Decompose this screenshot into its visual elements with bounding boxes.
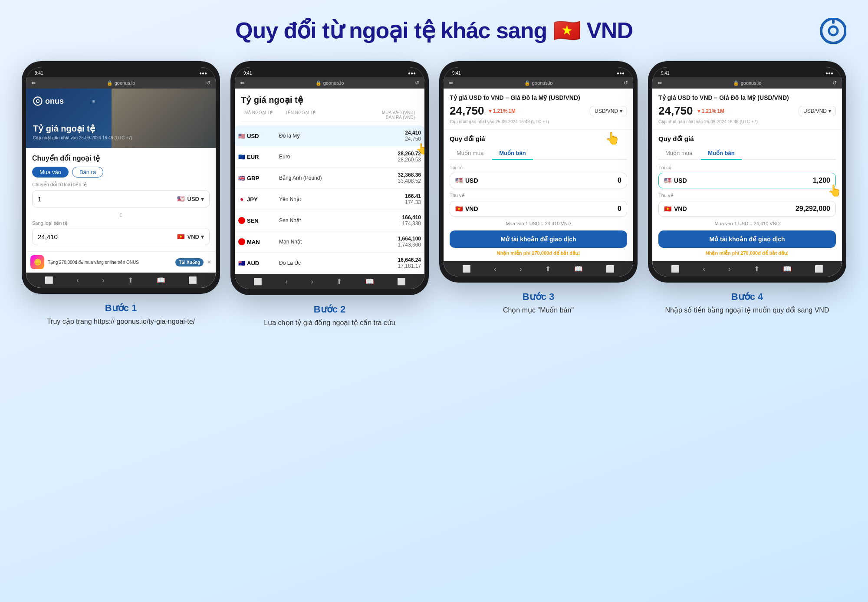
s1-from-currency: 🇺🇸 USD ▾ [176,194,204,204]
s2-table-body: 🇺🇸 USD Đô la Mỹ 24,410 24,750 👆 🇪🇺 EUR E… [235,125,424,274]
row-prices-sen: 166,410 174,330 [402,214,421,227]
bookmark-icon[interactable]: 📖 [783,265,792,273]
step-3-desc: Chọn mục "Muốn bán" [503,305,574,316]
page-header: Quy đổi từ ngoại tệ khác sang 🇻🇳 VND [13,17,855,44]
s3-toi-co-amount: 0 [618,177,621,184]
step-3-screen: 9:41 ●●● ⬅ 🔒 goonus.io ↺ Tỷ giá USD to V… [444,67,633,276]
table-row[interactable]: SEN Sen Nhật 166,410 174,330 [235,210,424,231]
back-icon[interactable]: ‹ [494,265,496,273]
s3-convert: Quy đổi giá Muốn mua Muốn bán Tôi có 🇺🇸 … [444,130,633,261]
row-code-sen: SEN [238,217,277,224]
step-3-col: 9:41 ●●● ⬅ 🔒 goonus.io ↺ Tỷ giá USD to V… [439,61,638,316]
step-3-label: Bước 3 Chọn mục "Muốn bán" [503,291,574,316]
copy-icon[interactable]: ⬜ [188,276,197,284]
col3-header: MUA VÀO (VND)BÁN RA (VND) [382,110,415,120]
back-icon[interactable]: ‹ [703,265,705,273]
s4-cta-btn[interactable]: Mở tài khoản để giao dịch [658,230,836,248]
s1-hero: onus ≡ Tỷ giá ngoại tệ Cập nhật gần nhất… [26,89,216,148]
s1-from-input[interactable]: 1 🇺🇸 USD ▾ [32,190,210,207]
s1-notif-text: Tặng 270,000đ để mua vàng online trên ON… [48,260,172,265]
share-icon[interactable]: ⬆ [336,277,342,286]
copy-icon[interactable]: ⬜ [815,265,823,273]
bookmark-icon[interactable]: 📖 [574,265,583,273]
s1-notif-btn[interactable]: Tải Xuống [175,258,204,266]
step-2-desc: Lựa chọn tỷ giá đồng ngoại tệ cần tra cứ… [264,318,395,328]
s3-thu-ve-currency: 🇻🇳 VND [455,205,478,212]
s2-header: Tỷ giá ngoại tệ MÃ NGOẠI TỆ TÊN NGOẠI TỆ… [235,89,424,125]
s4-header: Tỷ giá USD to VND – Giá Đô la Mỹ (USD/VN… [652,89,842,130]
s3-rate-row: 24,750 ▼1.21% 1M USD/VND ▾ [450,104,627,118]
s1-statusbar: 9:41 ●●● [26,67,216,77]
table-row[interactable]: 🇦🇺 AUD Đô La Úc 16,646.24 17,181.17 [235,253,424,274]
s4-pair-btn[interactable]: USD/VND ▾ [799,106,836,116]
svg-point-4 [36,100,39,103]
forward-icon[interactable]: › [311,278,313,286]
s3-cta-btn[interactable]: Mở tài khoản để giao dịch [450,230,627,248]
s4-thu-ve-box: 🇻🇳 VND 29,292,000 [658,201,836,217]
table-row[interactable]: 🇺🇸 USD Đô la Mỹ 24,410 24,750 👆 [235,125,424,146]
s4-rate-row: 24,750 ▼1.21% 1M USD/VND ▾ [658,104,836,118]
onus-logo-header [820,18,846,44]
s1-bottombar: ⬜ ‹ › ⬆ 📖 ⬜ [26,273,216,288]
s4-thu-ve-amount: 29,292,000 [796,205,830,213]
table-row[interactable]: MAN Man Nhật 1,664,100 1,743,300 [235,231,424,253]
s2-bottombar: ⬜ ‹ › ⬆ 📖 ⬜ [235,274,424,289]
row-code-jpy: 🇯🇵 JPY [238,196,277,203]
s3-updated: Cập nhật gần nhất vào 25-09-2024 16:48 (… [450,119,627,124]
s3-thu-ve-label: Thu về [450,193,627,198]
s1-notif-close[interactable]: ✕ [207,259,211,265]
row-name-jpy: Yên Nhật [279,196,403,202]
s3-rate-note: Mua vào 1 USD = 24,410 VND [450,221,627,226]
s4-tab-sell[interactable]: Muốn bán [701,147,741,160]
table-row[interactable]: 🇪🇺 EUR Euro 28,260.72 28,260.53 [235,146,424,168]
s4-tab-buy[interactable]: Muốn mua [658,147,699,160]
col1-header: MÃ NGOẠI TỆ [244,110,283,120]
s1-tab-buy[interactable]: Mua vào [32,167,69,178]
s3-tab-buy[interactable]: Muốn mua [450,147,490,160]
forward-icon[interactable]: › [519,265,522,273]
s2-title: Tỷ giá ngoại tệ [241,95,418,105]
svg-point-3 [33,97,42,105]
row-name-man: Man Nhật [279,239,396,245]
s1-url: 🔒 goonus.io [107,80,135,86]
s2-browser-bar: ⬅ 🔒 goonus.io ↺ [235,77,424,89]
steps-container: 9:41 ●●● ⬅ 🔒 goonus.io ↺ [22,61,846,328]
step-4-phone: 9:41 ●●● ⬅ 🔒 goonus.io ↺ Tỷ giá USD to V… [648,61,846,283]
share-icon[interactable]: ⬆ [545,265,551,273]
col2-header: TÊN NGOẠI TỆ [285,110,380,120]
back-icon[interactable]: ‹ [76,276,79,284]
forward-icon[interactable]: › [102,276,104,284]
step-2-col: 9:41 ●●● ⬅ 🔒 goonus.io ↺ Tỷ giá ngoại tệ… [230,61,429,328]
cursor-hand-2: 👆 [605,131,620,145]
row-name-aud: Đô La Úc [279,260,396,266]
row-prices-aud: 16,646.24 17,181.17 [398,257,421,269]
back-icon[interactable]: ‹ [285,278,287,286]
s3-toi-co-box[interactable]: 🇺🇸 USD 0 [450,173,627,188]
share-icon[interactable]: ⬆ [128,276,133,284]
forward-icon[interactable]: › [728,265,730,273]
copy-icon[interactable]: ⬜ [397,277,406,286]
step-1-screen: 9:41 ●●● ⬅ 🔒 goonus.io ↺ [26,67,216,288]
step-4-desc: Nhập số tiền bằng ngoại tệ muốn quy đổi … [665,305,829,316]
step-2-screen: 9:41 ●●● ⬅ 🔒 goonus.io ↺ Tỷ giá ngoại tệ… [235,67,424,289]
s4-toi-co-box[interactable]: 🇺🇸 USD 1,200 👆 [658,173,836,188]
copy-icon[interactable]: ⬜ [606,265,615,273]
s3-pair-btn[interactable]: USD/VND ▾ [590,106,627,116]
row-code-aud: 🇦🇺 AUD [238,260,277,266]
s3-big-rate: 24,750 [450,104,484,118]
s1-tab-sell[interactable]: Bán ra [72,167,103,178]
tab-icon: ⬜ [45,276,53,284]
s3-change: ▼1.21% 1M [488,108,516,114]
table-row[interactable]: 🇯🇵 JPY Yên Nhật 166.41 174.33 [235,189,424,210]
bookmark-icon[interactable]: 📖 [157,276,165,284]
s4-change: ▼1.21% 1M [697,108,725,114]
page-title: Quy đổi từ ngoại tệ khác sang 🇻🇳 VND [235,17,633,44]
step-3-phone: 9:41 ●●● ⬅ 🔒 goonus.io ↺ Tỷ giá USD to V… [439,61,638,283]
bookmark-icon[interactable]: 📖 [365,277,374,286]
s3-tab-sell[interactable]: Muốn bán [492,147,533,160]
table-row[interactable]: 🇬🇧 GBP Bảng Anh (Pound) 32,368.36 33,408… [235,168,424,189]
s1-hero-title: Tỷ giá ngoại tệ [33,123,209,134]
share-icon[interactable]: ⬆ [754,265,760,273]
step-2-label: Bước 2 Lựa chọn tỷ giá đồng ngoại tệ cần… [264,304,395,328]
s2-table-header: MÃ NGOẠI TỆ TÊN NGOẠI TỆ MUA VÀO (VND)BÁ… [241,109,418,122]
